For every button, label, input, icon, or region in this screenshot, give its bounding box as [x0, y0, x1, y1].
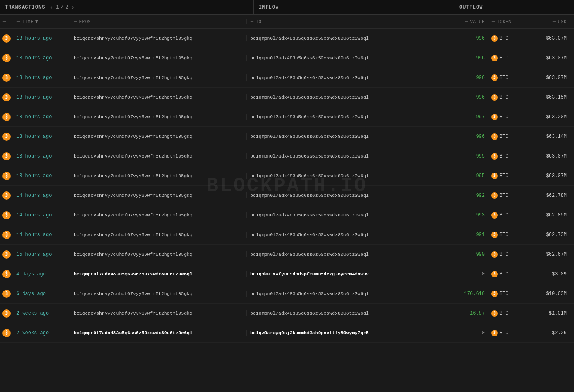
col-token-text: TOKEN	[497, 19, 512, 24]
row-from-addr[interactable]: bc1qcacvshnvy7cuhdf07vyy6vwfr5t2hgtml05g…	[74, 55, 192, 61]
row-token-cell: ₿ BTC	[488, 251, 521, 258]
row-to-addr[interactable]: bc1qmpn0l7adx483u5q6ss6z50xswdx80u6tz3w6…	[250, 311, 369, 316]
top-header: TRANSACTIONS ‹ 1 / 2 › INFLOW OUTFLOW	[0, 0, 574, 15]
row-token-cell: ₿ BTC	[488, 271, 521, 277]
row-to-addr[interactable]: bc1qmpn0l7adx483u5q6ss6z50xswdx80u6tz3w6…	[250, 173, 369, 178]
token-icon: ₿	[491, 232, 498, 238]
sort-time-icon[interactable]: ▼	[35, 19, 38, 24]
row-to-addr[interactable]: bc1qmpn0l7adx483u5q6ss6z50xswdx80u6tz3w6…	[250, 36, 369, 41]
row-from-addr[interactable]: bc1qmpn0l7adx483u5q6ss6z50xswdx80u6tz3w6…	[74, 330, 192, 336]
filter-time-icon[interactable]: ☰	[16, 19, 20, 24]
row-from-addr[interactable]: bc1qcacvshnvy7cuhdf07vyy6vwfr5t2hgtml05g…	[74, 173, 192, 178]
row-from-addr[interactable]: bc1qcacvshnvy7cuhdf07vyy6vwfr5t2hgtml05g…	[74, 291, 192, 296]
filter-icon[interactable]: ☰	[2, 20, 6, 24]
outflow-section-header: OUTFLOW	[454, 0, 574, 14]
prev-page-button[interactable]: ‹	[48, 4, 54, 11]
row-to-addr[interactable]: bc1qmpn0l7adx483u5q6ss6z50xswdx80u6tz3w6…	[250, 55, 369, 61]
row-token: ₿ BTC	[491, 310, 518, 317]
row-time: 13 hours ago	[16, 55, 52, 61]
row-from-addr[interactable]: bc1qcacvshnvy7cuhdf07vyy6vwfr5t2hgtml05g…	[74, 153, 192, 159]
row-from-addr[interactable]: bc1qcacvshnvy7cuhdf07vyy6vwfr5t2hgtml05g…	[74, 36, 192, 41]
row-usd: $2.26	[552, 330, 567, 336]
table-row[interactable]: ₿ 2 weeks ago bc1qcacvshnvy7cuhdf07vyy6v…	[0, 304, 574, 323]
row-icon-cell: ₿	[0, 309, 13, 318]
row-time: 13 hours ago	[16, 114, 52, 120]
row-from-cell: bc1qcacvshnvy7cuhdf07vyy6vwfr5t2hgtml05g…	[70, 232, 246, 238]
row-time-cell: 14 hours ago	[13, 192, 70, 198]
row-from-addr[interactable]: bc1qcacvshnvy7cuhdf07vyy6vwfr5t2hgtml05g…	[74, 114, 192, 119]
row-to-addr[interactable]: bc1qmpn0l7adx483u5q6ss6z50xswdx80u6tz3w6…	[250, 114, 369, 119]
row-from-addr[interactable]: bc1qcacvshnvy7cuhdf07vyy6vwfr5t2hgtml05g…	[74, 212, 192, 218]
row-from-cell: bc1qcacvshnvy7cuhdf07vyy6vwfr5t2hgtml05g…	[70, 55, 246, 61]
row-to-addr[interactable]: bc1qmpn0l7adx483u5q6ss6z50xswdx80u6tz3w6…	[250, 212, 369, 218]
row-to-cell: bc1qmpn0l7adx483u5q6ss6z50xswdx80u6tz3w6…	[246, 133, 447, 140]
row-time-cell: 13 hours ago	[13, 133, 70, 140]
table-row[interactable]: ₿ 13 hours ago bc1qcacvshnvy7cuhdf07vyy6…	[0, 127, 574, 146]
row-from-addr[interactable]: bc1qcacvshnvy7cuhdf07vyy6vwfr5t2hgtml05g…	[74, 311, 192, 316]
filter-from-icon[interactable]: ☰	[74, 19, 78, 24]
row-from-addr[interactable]: bc1qmpn0l7adx483u5q6ss6z50xswdx80u6tz3w6…	[74, 271, 192, 277]
row-to-addr[interactable]: bc1qmpn0l7adx483u5q6ss6z50xswdx80u6tz3w6…	[250, 193, 369, 198]
row-usd-cell: $63.07M	[521, 35, 570, 41]
row-to-cell: bc1qmpn0l7adx483u5q6ss6z50xswdx80u6tz3w6…	[246, 310, 447, 316]
next-page-button[interactable]: ›	[70, 4, 75, 11]
table-row[interactable]: ₿ 14 hours ago bc1qcacvshnvy7cuhdf07vyy6…	[0, 186, 574, 205]
row-from-addr[interactable]: bc1qcacvshnvy7cuhdf07vyy6vwfr5t2hgtml05g…	[74, 75, 192, 80]
token-icon: ₿	[491, 173, 498, 179]
row-icon-cell: ₿	[0, 270, 13, 278]
row-token: ₿ BTC	[491, 173, 518, 179]
col-time-text: TIME	[22, 19, 34, 24]
table-row[interactable]: ₿ 2 weeks ago bc1qmpn0l7adx483u5q6ss6z50…	[0, 323, 574, 343]
row-from-cell: bc1qcacvshnvy7cuhdf07vyy6vwfr5t2hgtml05g…	[70, 251, 246, 257]
table-row[interactable]: ₿ 6 days ago bc1qcacvshnvy7cuhdf07vyy6vw…	[0, 284, 574, 304]
table-row[interactable]: ₿ 13 hours ago bc1qcacvshnvy7cuhdf07vyy6…	[0, 166, 574, 186]
row-value-cell: 996	[447, 55, 488, 61]
filter-usd-icon[interactable]: ☰	[552, 19, 556, 24]
row-icon-cell: ₿	[0, 113, 13, 121]
table-row[interactable]: ₿ 13 hours ago bc1qcacvshnvy7cuhdf07vyy6…	[0, 107, 574, 127]
row-to-addr[interactable]: bc1qmpn0l7adx483u5q6ss6z50xswdx80u6tz3w6…	[250, 291, 369, 296]
row-usd-cell: $1.01M	[521, 310, 570, 316]
row-to-addr[interactable]: bc1qmpn0l7adx483u5q6ss6z50xswdx80u6tz3w6…	[250, 252, 369, 257]
row-usd: $63.15M	[546, 95, 567, 100]
col-value-text: VALUE	[470, 19, 485, 24]
btc-icon: ₿	[2, 172, 11, 180]
row-from-addr[interactable]: bc1qcacvshnvy7cuhdf07vyy6vwfr5t2hgtml05g…	[74, 95, 192, 100]
row-time-cell: 14 hours ago	[13, 232, 70, 238]
row-from-cell: bc1qcacvshnvy7cuhdf07vyy6vwfr5t2hgtml05g…	[70, 74, 246, 81]
row-token-cell: ₿ BTC	[488, 74, 521, 81]
table-row[interactable]: ₿ 13 hours ago bc1qcacvshnvy7cuhdf07vyy6…	[0, 48, 574, 68]
row-to-addr[interactable]: bc1qmpn0l7adx483u5q6ss6z50xswdx80u6tz3w6…	[250, 153, 369, 159]
btc-icon: ₿	[2, 113, 11, 121]
row-token-cell: ₿ BTC	[488, 330, 521, 336]
row-value: 997	[476, 114, 485, 120]
row-from-addr[interactable]: bc1qcacvshnvy7cuhdf07vyy6vwfr5t2hgtml05g…	[74, 193, 192, 198]
table-row[interactable]: ₿ 13 hours ago bc1qcacvshnvy7cuhdf07vyy6…	[0, 29, 574, 48]
row-to-addr[interactable]: bc1qmpn0l7adx483u5q6ss6z50xswdx80u6tz3w6…	[250, 75, 369, 80]
row-to-addr[interactable]: bc1qhk0txvfyun9dndspfe0mu5dczg36yeem4dnw…	[250, 271, 369, 277]
table-row[interactable]: ₿ 14 hours ago bc1qcacvshnvy7cuhdf07vyy6…	[0, 205, 574, 225]
row-icon-cell: ₿	[0, 34, 13, 43]
col-usd-header: ☰ USD	[521, 19, 570, 24]
filter-token-icon[interactable]: ☰	[491, 19, 495, 24]
col-value-label: ☰ VALUE	[451, 19, 485, 24]
table-row[interactable]: ₿ 4 days ago bc1qmpn0l7adx483u5q6ss6z50x…	[0, 264, 574, 284]
row-to-addr[interactable]: bc1qmpn0l7adx483u5q6ss6z50xswdx80u6tz3w6…	[250, 232, 369, 237]
row-token: ₿ BTC	[491, 133, 518, 140]
row-value: 992	[476, 193, 485, 198]
row-time: 13 hours ago	[16, 95, 52, 100]
row-from-addr[interactable]: bc1qcacvshnvy7cuhdf07vyy6vwfr5t2hgtml05g…	[74, 232, 192, 237]
row-from-addr[interactable]: bc1qcacvshnvy7cuhdf07vyy6vwfr5t2hgtml05g…	[74, 252, 192, 257]
table-row[interactable]: ₿ 14 hours ago bc1qcacvshnvy7cuhdf07vyy6…	[0, 225, 574, 245]
col-usd-label: ☰ USD	[524, 19, 567, 24]
table-row[interactable]: ₿ 13 hours ago bc1qcacvshnvy7cuhdf07vyy6…	[0, 68, 574, 88]
table-row[interactable]: ₿ 13 hours ago bc1qcacvshnvy7cuhdf07vyy6…	[0, 88, 574, 107]
row-from-addr[interactable]: bc1qcacvshnvy7cuhdf07vyy6vwfr5t2hgtml05g…	[74, 134, 192, 139]
table-row[interactable]: ₿ 13 hours ago bc1qcacvshnvy7cuhdf07vyy6…	[0, 146, 574, 166]
row-to-addr[interactable]: bc1qmpn0l7adx483u5q6ss6z50xswdx80u6tz3w6…	[250, 95, 369, 100]
row-to-addr[interactable]: bc1qmpn0l7adx483u5q6ss6z50xswdx80u6tz3w6…	[250, 134, 369, 139]
row-to-addr[interactable]: bc1qv9areyq0sj3kummhd3ah9pneltfy89wymy7q…	[250, 330, 369, 336]
table-row[interactable]: ₿ 15 hours ago bc1qcacvshnvy7cuhdf07vyy6…	[0, 245, 574, 264]
filter-to-icon[interactable]: ☰	[250, 19, 254, 24]
filter-value-icon[interactable]: ☰	[465, 19, 469, 24]
